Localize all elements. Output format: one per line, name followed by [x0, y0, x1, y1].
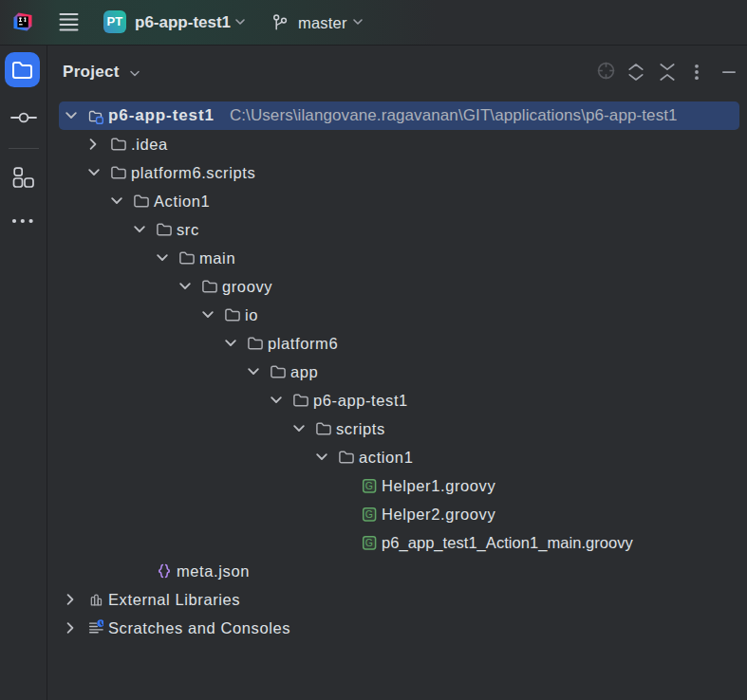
svg-text:G: G [365, 537, 374, 548]
svg-text:G: G [365, 480, 374, 491]
svg-text:G: G [365, 508, 374, 520]
